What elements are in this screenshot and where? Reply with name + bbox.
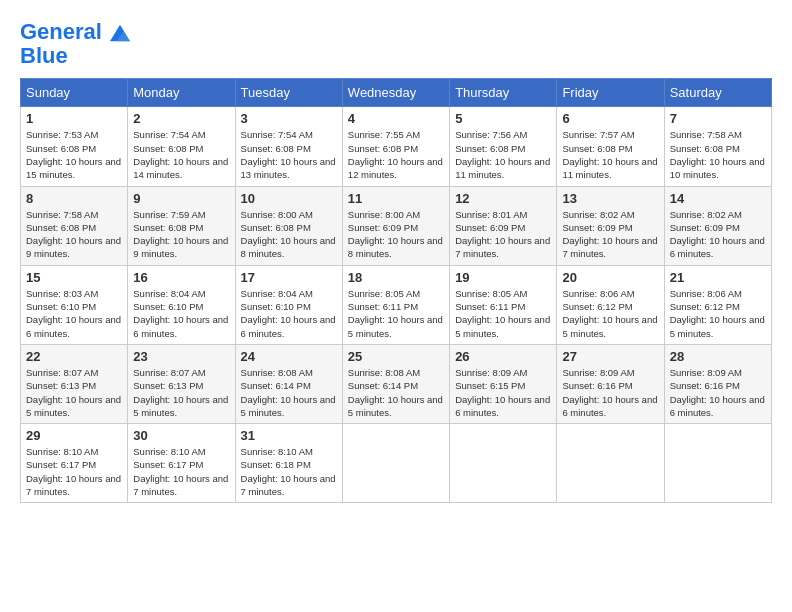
day-info: Sunrise: 7:59 AMSunset: 6:08 PMDaylight:…	[133, 208, 229, 261]
col-header-saturday: Saturday	[664, 79, 771, 107]
day-info: Sunrise: 8:07 AMSunset: 6:13 PMDaylight:…	[26, 366, 122, 419]
day-info: Sunrise: 8:10 AMSunset: 6:18 PMDaylight:…	[241, 445, 337, 498]
week-row-1: 1 Sunrise: 7:53 AMSunset: 6:08 PMDayligh…	[21, 107, 772, 186]
day-info: Sunrise: 8:02 AMSunset: 6:09 PMDaylight:…	[562, 208, 658, 261]
day-info: Sunrise: 8:09 AMSunset: 6:16 PMDaylight:…	[670, 366, 766, 419]
day-info: Sunrise: 8:04 AMSunset: 6:10 PMDaylight:…	[133, 287, 229, 340]
day-number: 27	[562, 349, 658, 364]
week-row-4: 22 Sunrise: 8:07 AMSunset: 6:13 PMDaylig…	[21, 344, 772, 423]
day-info: Sunrise: 8:06 AMSunset: 6:12 PMDaylight:…	[670, 287, 766, 340]
day-number: 16	[133, 270, 229, 285]
day-info: Sunrise: 8:00 AMSunset: 6:08 PMDaylight:…	[241, 208, 337, 261]
calendar-cell: 22 Sunrise: 8:07 AMSunset: 6:13 PMDaylig…	[21, 344, 128, 423]
day-number: 25	[348, 349, 444, 364]
day-info: Sunrise: 7:58 AMSunset: 6:08 PMDaylight:…	[26, 208, 122, 261]
day-info: Sunrise: 8:10 AMSunset: 6:17 PMDaylight:…	[26, 445, 122, 498]
day-info: Sunrise: 8:03 AMSunset: 6:10 PMDaylight:…	[26, 287, 122, 340]
calendar-cell: 24 Sunrise: 8:08 AMSunset: 6:14 PMDaylig…	[235, 344, 342, 423]
day-info: Sunrise: 7:57 AMSunset: 6:08 PMDaylight:…	[562, 128, 658, 181]
day-number: 18	[348, 270, 444, 285]
calendar-cell: 13 Sunrise: 8:02 AMSunset: 6:09 PMDaylig…	[557, 186, 664, 265]
calendar-cell: 31 Sunrise: 8:10 AMSunset: 6:18 PMDaylig…	[235, 424, 342, 503]
calendar-cell: 29 Sunrise: 8:10 AMSunset: 6:17 PMDaylig…	[21, 424, 128, 503]
calendar-cell: 30 Sunrise: 8:10 AMSunset: 6:17 PMDaylig…	[128, 424, 235, 503]
day-number: 10	[241, 191, 337, 206]
calendar-cell: 23 Sunrise: 8:07 AMSunset: 6:13 PMDaylig…	[128, 344, 235, 423]
day-number: 17	[241, 270, 337, 285]
calendar-cell: 18 Sunrise: 8:05 AMSunset: 6:11 PMDaylig…	[342, 265, 449, 344]
day-number: 19	[455, 270, 551, 285]
day-number: 24	[241, 349, 337, 364]
calendar-cell: 19 Sunrise: 8:05 AMSunset: 6:11 PMDaylig…	[450, 265, 557, 344]
day-info: Sunrise: 8:00 AMSunset: 6:09 PMDaylight:…	[348, 208, 444, 261]
day-number: 15	[26, 270, 122, 285]
col-header-sunday: Sunday	[21, 79, 128, 107]
col-header-wednesday: Wednesday	[342, 79, 449, 107]
day-number: 31	[241, 428, 337, 443]
day-number: 6	[562, 111, 658, 126]
col-header-monday: Monday	[128, 79, 235, 107]
logo-text: General	[20, 20, 130, 44]
day-number: 12	[455, 191, 551, 206]
col-header-friday: Friday	[557, 79, 664, 107]
day-number: 11	[348, 191, 444, 206]
calendar-cell: 6 Sunrise: 7:57 AMSunset: 6:08 PMDayligh…	[557, 107, 664, 186]
day-info: Sunrise: 7:55 AMSunset: 6:08 PMDaylight:…	[348, 128, 444, 181]
day-info: Sunrise: 7:54 AMSunset: 6:08 PMDaylight:…	[133, 128, 229, 181]
day-number: 20	[562, 270, 658, 285]
col-header-thursday: Thursday	[450, 79, 557, 107]
day-number: 2	[133, 111, 229, 126]
week-row-3: 15 Sunrise: 8:03 AMSunset: 6:10 PMDaylig…	[21, 265, 772, 344]
calendar-cell: 12 Sunrise: 8:01 AMSunset: 6:09 PMDaylig…	[450, 186, 557, 265]
calendar-cell: 21 Sunrise: 8:06 AMSunset: 6:12 PMDaylig…	[664, 265, 771, 344]
day-info: Sunrise: 8:01 AMSunset: 6:09 PMDaylight:…	[455, 208, 551, 261]
day-number: 5	[455, 111, 551, 126]
day-number: 9	[133, 191, 229, 206]
calendar-cell: 1 Sunrise: 7:53 AMSunset: 6:08 PMDayligh…	[21, 107, 128, 186]
day-number: 30	[133, 428, 229, 443]
calendar-cell: 9 Sunrise: 7:59 AMSunset: 6:08 PMDayligh…	[128, 186, 235, 265]
day-number: 3	[241, 111, 337, 126]
logo-blue: Blue	[20, 44, 130, 68]
calendar-cell: 2 Sunrise: 7:54 AMSunset: 6:08 PMDayligh…	[128, 107, 235, 186]
day-info: Sunrise: 7:58 AMSunset: 6:08 PMDaylight:…	[670, 128, 766, 181]
calendar-cell: 26 Sunrise: 8:09 AMSunset: 6:15 PMDaylig…	[450, 344, 557, 423]
logo: General Blue	[20, 20, 130, 68]
calendar-cell: 7 Sunrise: 7:58 AMSunset: 6:08 PMDayligh…	[664, 107, 771, 186]
day-number: 23	[133, 349, 229, 364]
calendar-cell: 3 Sunrise: 7:54 AMSunset: 6:08 PMDayligh…	[235, 107, 342, 186]
day-info: Sunrise: 8:09 AMSunset: 6:15 PMDaylight:…	[455, 366, 551, 419]
calendar-cell: 27 Sunrise: 8:09 AMSunset: 6:16 PMDaylig…	[557, 344, 664, 423]
calendar-cell	[450, 424, 557, 503]
calendar: SundayMondayTuesdayWednesdayThursdayFrid…	[20, 78, 772, 503]
calendar-cell: 10 Sunrise: 8:00 AMSunset: 6:08 PMDaylig…	[235, 186, 342, 265]
calendar-cell: 11 Sunrise: 8:00 AMSunset: 6:09 PMDaylig…	[342, 186, 449, 265]
day-info: Sunrise: 8:05 AMSunset: 6:11 PMDaylight:…	[348, 287, 444, 340]
day-number: 26	[455, 349, 551, 364]
calendar-cell: 25 Sunrise: 8:08 AMSunset: 6:14 PMDaylig…	[342, 344, 449, 423]
day-info: Sunrise: 8:04 AMSunset: 6:10 PMDaylight:…	[241, 287, 337, 340]
calendar-cell: 14 Sunrise: 8:02 AMSunset: 6:09 PMDaylig…	[664, 186, 771, 265]
day-info: Sunrise: 8:08 AMSunset: 6:14 PMDaylight:…	[348, 366, 444, 419]
day-info: Sunrise: 8:09 AMSunset: 6:16 PMDaylight:…	[562, 366, 658, 419]
day-info: Sunrise: 8:05 AMSunset: 6:11 PMDaylight:…	[455, 287, 551, 340]
day-number: 8	[26, 191, 122, 206]
day-number: 22	[26, 349, 122, 364]
day-number: 29	[26, 428, 122, 443]
day-info: Sunrise: 8:07 AMSunset: 6:13 PMDaylight:…	[133, 366, 229, 419]
calendar-cell: 15 Sunrise: 8:03 AMSunset: 6:10 PMDaylig…	[21, 265, 128, 344]
calendar-cell: 17 Sunrise: 8:04 AMSunset: 6:10 PMDaylig…	[235, 265, 342, 344]
day-number: 14	[670, 191, 766, 206]
day-info: Sunrise: 7:53 AMSunset: 6:08 PMDaylight:…	[26, 128, 122, 181]
day-number: 7	[670, 111, 766, 126]
day-info: Sunrise: 8:06 AMSunset: 6:12 PMDaylight:…	[562, 287, 658, 340]
calendar-cell: 28 Sunrise: 8:09 AMSunset: 6:16 PMDaylig…	[664, 344, 771, 423]
day-info: Sunrise: 8:10 AMSunset: 6:17 PMDaylight:…	[133, 445, 229, 498]
col-header-tuesday: Tuesday	[235, 79, 342, 107]
calendar-cell: 16 Sunrise: 8:04 AMSunset: 6:10 PMDaylig…	[128, 265, 235, 344]
day-info: Sunrise: 7:56 AMSunset: 6:08 PMDaylight:…	[455, 128, 551, 181]
day-number: 1	[26, 111, 122, 126]
week-row-2: 8 Sunrise: 7:58 AMSunset: 6:08 PMDayligh…	[21, 186, 772, 265]
day-info: Sunrise: 7:54 AMSunset: 6:08 PMDaylight:…	[241, 128, 337, 181]
week-row-5: 29 Sunrise: 8:10 AMSunset: 6:17 PMDaylig…	[21, 424, 772, 503]
